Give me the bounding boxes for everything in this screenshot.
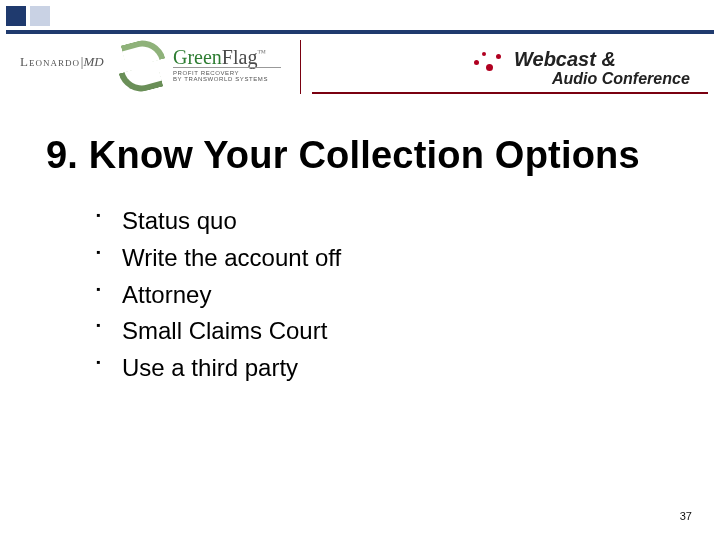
list-item: Write the account off [96,241,341,276]
leonardo-md-logo: Leonardo|MD [20,54,104,70]
list-item: Attorney [96,278,341,313]
bullet-text: Status quo [122,207,237,234]
bullet-text: Small Claims Court [122,317,327,344]
slide-header: Leonardo|MD GreenFlag™ PROFIT RECOVERY B… [0,0,720,104]
header-vertical-divider [300,40,301,94]
webcast-line1: Webcast & [514,48,616,71]
dots-icon [470,50,510,80]
leonardo-text: Leonardo [20,54,80,69]
webcast-underline [312,92,708,94]
list-item: Use a third party [96,351,341,386]
bullet-text: Use a third party [122,354,298,381]
greenflag-wordmark: GreenFlag™ [173,46,266,69]
greenflag-logo: GreenFlag™ PROFIT RECOVERY BY TRANSWORLD… [115,36,285,98]
leonardo-suffix: |MD [80,54,104,69]
ampersand: & [601,48,615,70]
bullet-text: Attorney [122,281,211,308]
bullet-list: Status quo Write the account off Attorne… [96,204,341,388]
list-item: Status quo [96,204,341,239]
accent-square-light [30,6,50,26]
greenflag-subtitle: PROFIT RECOVERY BY TRANSWORLD SYSTEMS [173,70,268,82]
accent-bar [6,30,714,34]
slide-title: 9. Know Your Collection Options [46,134,640,177]
bullet-text: Write the account off [122,244,341,271]
slide: Leonardo|MD GreenFlag™ PROFIT RECOVERY B… [0,0,720,540]
trademark-symbol: ™ [257,48,266,58]
accent-square-dark [6,6,26,26]
list-item: Small Claims Court [96,314,341,349]
recycle-arrows-icon [115,36,175,96]
greenflag-green: Green [173,46,222,68]
webcast-line2: Audio Conference [552,70,690,88]
greenflag-flag: Flag [222,46,258,68]
page-number: 37 [680,510,692,522]
greenflag-rule [173,67,281,68]
